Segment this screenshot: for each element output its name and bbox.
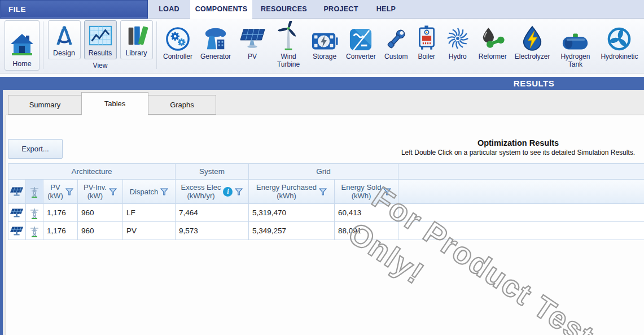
component-storage[interactable]: Storage [307,20,342,60]
column-pv-icon[interactable] [8,180,25,204]
design-icon [52,24,76,50]
hydrokinetic-icon [607,20,632,51]
column-pv-kw[interactable]: PV (kW) [43,180,77,204]
hydrogen-tank-icon [561,20,589,51]
row-grid-icon [25,222,43,240]
cell-excess-elec: 9,573 [175,222,248,240]
column-empty [398,180,644,204]
column-pv-inv-kw[interactable]: PV-Inv. (kW) [77,180,122,204]
subtab-summary[interactable]: Summary [8,95,82,115]
filter-icon[interactable] [319,188,327,195]
component-pv[interactable]: PV [235,20,270,60]
filter-icon[interactable] [65,188,73,195]
optimization-header: Optimization Results Left Double Click o… [401,138,635,156]
group-grid: Grid [248,164,398,180]
custom-icon [384,20,409,51]
component-wind-turbine[interactable]: Wind Turbine [270,20,307,68]
cell-energy-sold: 88,091 [334,222,398,240]
group-architecture: Architecture [8,164,175,180]
ribbon-tab-strip: LOAD COMPONENTS RESOURCES PROJECT HELP [148,0,406,19]
export-button[interactable]: Export... [8,139,63,159]
column-energy-sold[interactable]: Energy Sold (kWh) [334,180,398,204]
component-hydrokinetic[interactable]: Hydrokinetic [597,20,642,60]
row-grid-icon [25,204,43,222]
results-bar: RESULTS [0,77,644,90]
home-button-label: Home [12,60,31,68]
cell-dispatch: LF [122,204,175,222]
subtab-graphs[interactable]: Graphs [148,95,216,115]
component-boiler[interactable]: Boiler [413,20,441,60]
hydro-icon [445,20,471,51]
filter-icon[interactable] [109,188,117,195]
cell-dispatch: PV [122,222,175,240]
info-icon[interactable]: i [223,187,233,197]
library-icon [125,24,148,50]
components-toolbar: Controller Generator [159,20,644,73]
file-menu[interactable]: FILE [0,0,148,19]
group-system: System [175,164,248,180]
component-electrolyzer[interactable]: Electrolyzer [511,20,554,60]
wind-turbine-icon [277,20,300,51]
table-header-row: PV (kW) PV-Inv. (kW) Dispatch Excess Ele… [8,180,644,204]
app-window: FILE LOAD COMPONENTS RESOURCES PROJECT H… [0,0,644,335]
results-panel: Export... Optimization Results Left Doub… [6,115,644,335]
component-reformer[interactable]: Reformer [475,20,511,60]
tower-small-icon [28,185,41,198]
component-controller[interactable]: Controller [159,20,196,60]
table-row[interactable]: 1,176 960 LF 7,464 5,319,470 60,413 [8,204,644,222]
library-button[interactable]: Library [120,20,153,59]
component-custom[interactable]: Custom [380,20,413,60]
component-converter[interactable]: Converter [342,20,380,60]
component-hydro[interactable]: Hydro [441,20,475,60]
tab-help[interactable]: HELP [366,0,406,19]
converter-icon [349,20,373,51]
filter-icon[interactable] [160,188,168,195]
filter-icon[interactable] [383,188,391,195]
optimization-title: Optimization Results [401,138,635,147]
tab-load[interactable]: LOAD [148,0,190,19]
view-group-caption: View [46,62,155,69]
column-dispatch[interactable]: Dispatch [122,180,175,204]
view-group: Design [46,20,155,69]
cell-pv-kw: 1,176 [43,222,77,240]
cell-empty [398,222,644,240]
results-icon [89,24,112,50]
design-button[interactable]: Design [48,20,81,59]
ribbon: Home Design [0,19,644,73]
file-menu-label: FILE [8,5,26,14]
optimization-table: Architecture System Grid [8,163,644,240]
home-icon [10,25,34,56]
filter-icon[interactable] [235,188,243,195]
results-button[interactable]: Results [84,20,117,59]
reformer-icon [480,20,506,51]
table-group-row: Architecture System Grid [8,163,644,180]
home-button[interactable]: Home [5,20,40,71]
pv-icon [239,20,266,51]
column-grid-icon[interactable] [25,180,43,204]
component-grid[interactable]: Grid [642,20,644,60]
column-energy-purchased[interactable]: Energy Purchased (kWh) [248,180,334,204]
left-accent-strip [0,90,3,335]
controller-icon [165,20,190,51]
tab-resources[interactable]: RESOURCES [252,0,316,19]
cell-excess-elec: 7,464 [175,204,248,222]
electrolyzer-icon [522,20,543,51]
subtab-tables[interactable]: Tables [81,92,148,115]
tab-project[interactable]: PROJECT [316,0,366,19]
generator-icon [202,20,229,51]
row-pv-icon [8,204,25,222]
storage-icon [311,20,338,51]
cell-empty [398,204,644,222]
tab-components[interactable]: COMPONENTS [190,0,252,19]
component-hydrogen-tank[interactable]: Hydrogen Tank [554,20,597,68]
cell-energy-purchased: 5,349,257 [248,222,334,240]
optimization-subtitle: Left Double Click on a particular system… [401,149,635,156]
column-excess-elec[interactable]: Excess Elec (kWh/yr) i [175,180,248,204]
ribbon-separator [43,21,43,69]
workspace: Summary Tables Graphs Export... Optimiza… [0,90,644,335]
menu-bar: FILE LOAD COMPONENTS RESOURCES PROJECT H… [0,0,644,19]
results-bar-title: RESULTS [514,77,554,90]
ribbon-separator [156,21,157,69]
table-row[interactable]: 1,176 960 PV 9,573 5,349,257 88,091 [8,222,644,240]
component-generator[interactable]: Generator [196,20,235,60]
